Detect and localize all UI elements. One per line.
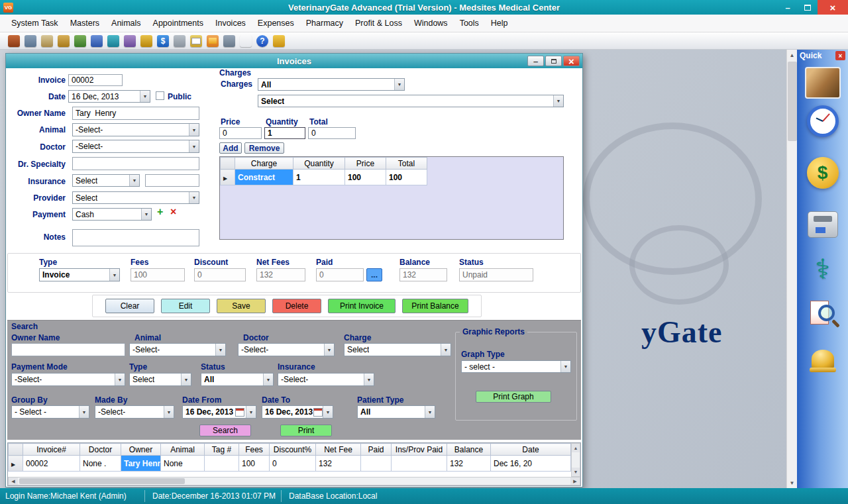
fees-field[interactable]: 100 bbox=[131, 268, 185, 281]
maximize-button[interactable] bbox=[798, 0, 818, 15]
notes-field[interactable] bbox=[72, 229, 199, 246]
net-fees-field[interactable]: 132 bbox=[256, 268, 305, 281]
search-button[interactable]: Search bbox=[199, 425, 251, 436]
lab-icon[interactable] bbox=[58, 35, 70, 47]
add-charge-button[interactable]: Add bbox=[219, 142, 242, 154]
menu-pharmacy[interactable]: Pharmacy bbox=[300, 15, 349, 31]
doctor-select[interactable]: -Select- bbox=[72, 140, 199, 153]
print-invoice-button[interactable]: Print Invoice bbox=[328, 299, 396, 313]
menu-expenses[interactable]: Expenses bbox=[252, 15, 300, 31]
print-graph-button[interactable]: Print Graph bbox=[476, 391, 551, 403]
tools-icon[interactable] bbox=[240, 35, 252, 47]
col-tag[interactable]: Tag # bbox=[205, 444, 239, 456]
scroll-thumb[interactable] bbox=[19, 478, 185, 484]
col-insprov[interactable]: Ins/Prov Paid bbox=[392, 444, 447, 456]
save-button[interactable]: Save bbox=[217, 299, 266, 313]
insurance-select[interactable]: Select bbox=[72, 174, 140, 187]
payment-select[interactable]: Cash bbox=[72, 208, 152, 221]
scroll-thumb[interactable] bbox=[788, 62, 797, 141]
invoices-window-titlebar[interactable]: Invoices bbox=[6, 54, 582, 68]
search-owner-input[interactable] bbox=[11, 343, 125, 356]
user-icon[interactable] bbox=[273, 35, 285, 47]
insurance-value-field[interactable] bbox=[145, 174, 199, 187]
paid-browse-button[interactable]: ... bbox=[366, 268, 382, 281]
col-owner[interactable]: Owner bbox=[121, 444, 161, 456]
search-insurance-select[interactable]: -Select- bbox=[278, 373, 374, 386]
computer-icon[interactable] bbox=[25, 35, 36, 47]
printer-icon[interactable] bbox=[808, 211, 838, 238]
child-close-button[interactable] bbox=[563, 56, 580, 66]
grid-vertical-scrollbar[interactable] bbox=[571, 443, 580, 477]
paid-field[interactable]: 0 bbox=[316, 268, 364, 281]
search-status-select[interactable]: All bbox=[201, 373, 274, 386]
owner-name-input[interactable] bbox=[72, 107, 199, 120]
balance-field[interactable]: 132 bbox=[399, 268, 447, 281]
remove-payment-icon[interactable] bbox=[170, 206, 176, 218]
chart-icon[interactable] bbox=[74, 35, 86, 47]
search-type-select[interactable]: Select bbox=[129, 373, 191, 386]
graph-type-select[interactable]: - select - bbox=[461, 360, 571, 373]
col-fees[interactable]: Fees bbox=[239, 444, 270, 456]
group-by-select[interactable]: - Select - bbox=[11, 405, 89, 419]
scales-icon[interactable] bbox=[140, 35, 152, 47]
status-field[interactable]: Unpaid bbox=[459, 268, 533, 281]
scroll-left-icon[interactable] bbox=[9, 478, 18, 485]
made-by-select[interactable]: -Select- bbox=[95, 405, 174, 419]
dollar-icon[interactable] bbox=[157, 35, 169, 47]
menu-profit-loss[interactable]: Profit & Loss bbox=[349, 15, 408, 31]
map-search-icon[interactable] bbox=[124, 35, 136, 47]
clock-icon[interactable] bbox=[807, 105, 839, 137]
col-netfee[interactable]: Net Fee bbox=[316, 444, 361, 456]
pen-icon[interactable] bbox=[41, 35, 53, 47]
reports-icon[interactable] bbox=[8, 35, 20, 47]
menu-tools[interactable]: Tools bbox=[454, 15, 485, 31]
child-minimize-button[interactable] bbox=[527, 56, 544, 66]
menu-animals[interactable]: Animals bbox=[105, 15, 146, 31]
patient-type-select[interactable]: All bbox=[357, 405, 435, 419]
discount-field[interactable]: 0 bbox=[194, 268, 246, 281]
col-price[interactable]: Price bbox=[345, 158, 386, 170]
menu-help[interactable]: Help bbox=[485, 15, 514, 31]
search-report-icon[interactable] bbox=[808, 299, 838, 329]
scroll-up-icon[interactable] bbox=[787, 50, 797, 60]
print-button[interactable]: Print bbox=[280, 425, 332, 436]
search-animal-select[interactable]: -Select- bbox=[129, 343, 226, 356]
price-field[interactable]: 0 bbox=[219, 127, 262, 139]
scroll-right-icon[interactable] bbox=[570, 478, 580, 485]
search-charge-select[interactable]: Select bbox=[344, 343, 451, 356]
col-paid[interactable]: Paid bbox=[361, 444, 392, 456]
mdi-vertical-scrollbar[interactable] bbox=[786, 50, 797, 488]
scroll-down-icon[interactable] bbox=[787, 478, 797, 488]
mail-icon[interactable] bbox=[190, 35, 202, 47]
search-doctor-select[interactable]: -Select- bbox=[238, 343, 335, 356]
pets-photo-icon[interactable] bbox=[805, 67, 841, 99]
result-row[interactable]: 00002 None . Tary Henry None 100 0 132 1… bbox=[9, 456, 571, 472]
bell-icon[interactable] bbox=[810, 346, 836, 374]
col-balance[interactable]: Balance bbox=[447, 444, 491, 456]
grid-horizontal-scrollbar[interactable] bbox=[8, 477, 580, 485]
add-payment-icon[interactable] bbox=[157, 206, 163, 218]
col-quantity[interactable]: Quantity bbox=[293, 158, 345, 170]
minimize-button[interactable] bbox=[778, 0, 798, 15]
charge-row[interactable]: Constract 1 100 100 bbox=[221, 170, 427, 185]
total-field[interactable]: 0 bbox=[308, 127, 356, 139]
pharmacy-icon[interactable] bbox=[815, 255, 830, 284]
col-date[interactable]: Date bbox=[491, 444, 571, 456]
payment-mode-select[interactable]: -Select- bbox=[11, 373, 125, 386]
menu-masters[interactable]: Masters bbox=[64, 15, 105, 31]
menu-invoices[interactable]: Invoices bbox=[209, 15, 252, 31]
col-animal[interactable]: Animal bbox=[161, 444, 205, 456]
quick-close-icon[interactable] bbox=[835, 51, 845, 60]
date-to-picker[interactable]: 16 Dec, 2013 bbox=[262, 405, 333, 419]
calendar-icon[interactable] bbox=[91, 35, 103, 47]
charges-filter-select[interactable]: All bbox=[258, 78, 405, 91]
date-select[interactable]: 16 Dec, 2013 bbox=[68, 90, 150, 103]
animal-select[interactable]: -Select- bbox=[72, 123, 199, 136]
date-from-picker[interactable]: 16 Dec, 2013 bbox=[182, 405, 256, 419]
col-discount[interactable]: Discount% bbox=[270, 444, 316, 456]
type-select[interactable]: Invoice bbox=[39, 268, 120, 281]
specialty-field[interactable] bbox=[72, 157, 199, 170]
scroll-up-icon[interactable] bbox=[572, 444, 580, 452]
charge-item-select[interactable]: Select bbox=[258, 95, 564, 107]
menu-appointments[interactable]: Appointments bbox=[147, 15, 209, 31]
